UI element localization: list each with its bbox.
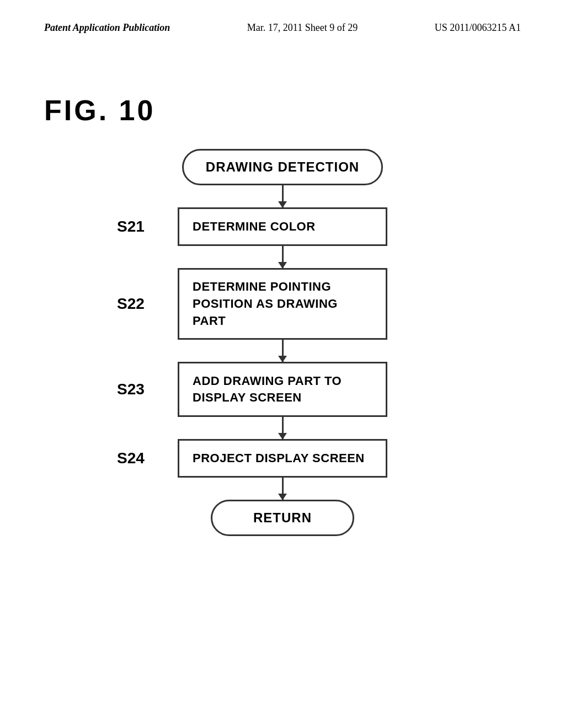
step-label-s21: S21 [117,218,145,235]
step-row-s24: S24 PROJECT DISPLAY SCREEN [95,439,470,478]
flowchart: DRAWING DETECTION S21 DETERMINE COLOR S2… [95,149,470,536]
page-header: Patent Application Publication Mar. 17, … [0,22,565,34]
step-text-s21: DETERMINE COLOR [178,207,387,246]
arrow-1 [95,185,470,207]
header-center: Mar. 17, 2011 Sheet 9 of 29 [247,22,358,34]
step-row-s23: S23 ADD DRAWING PART TO DISPLAY SCREEN [95,362,470,417]
step-box-s21: DETERMINE COLOR [178,207,387,246]
arrow-5 [95,478,470,500]
arrow-segment-4 [282,417,284,439]
step-text-s24: PROJECT DISPLAY SCREEN [178,439,387,478]
arrow-segment-2 [282,246,284,268]
arrow-3 [95,340,470,362]
figure-title: FIG. 10 [44,94,155,127]
arrow-segment-5 [282,478,284,500]
arrow-segment-1 [282,185,284,207]
step-text-s23: ADD DRAWING PART TO DISPLAY SCREEN [178,362,387,417]
step-text-s22: DETERMINE POINTING POSITION AS DRAWING P… [178,268,387,340]
step-label-s23: S23 [117,381,145,398]
header-left: Patent Application Publication [44,22,170,34]
end-node: RETURN [211,500,354,536]
arrow-2 [95,246,470,268]
step-label-s22: S22 [117,295,145,313]
header-right: US 2011/0063215 A1 [435,22,521,34]
arrow-segment-3 [282,340,284,362]
arrow-4 [95,417,470,439]
step-row-s22: S22 DETERMINE POINTING POSITION AS DRAWI… [95,268,470,340]
step-box-s23: ADD DRAWING PART TO DISPLAY SCREEN [178,362,387,417]
step-row-s21: S21 DETERMINE COLOR [95,207,470,246]
step-label-s24: S24 [117,449,145,467]
step-box-s24: PROJECT DISPLAY SCREEN [178,439,387,478]
start-node: DRAWING DETECTION [182,149,383,185]
step-box-s22: DETERMINE POINTING POSITION AS DRAWING P… [178,268,387,340]
